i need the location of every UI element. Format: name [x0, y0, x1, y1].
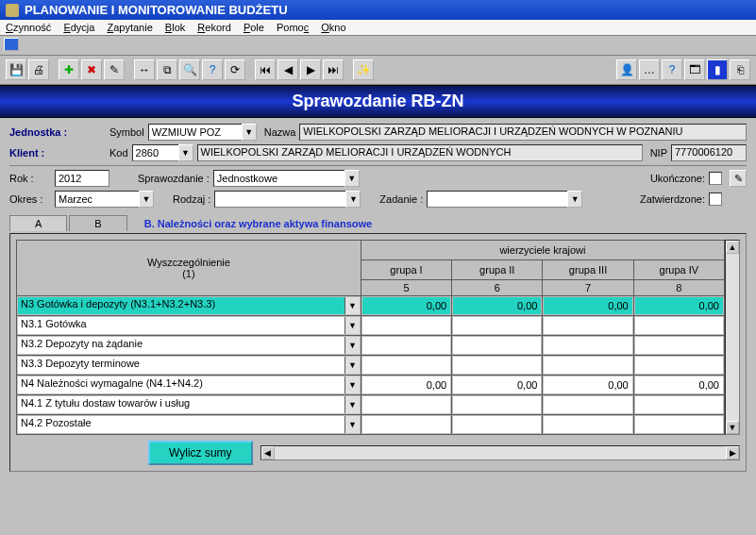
cell-value[interactable] — [453, 416, 541, 433]
menu-czynnosc[interactable]: Czynność — [6, 22, 51, 33]
rodzaj-input[interactable] — [214, 191, 346, 208]
table-row[interactable]: N3.2 Depozyty na żądanie▼ — [17, 336, 725, 356]
okres-input[interactable] — [55, 191, 140, 208]
horizontal-scrollbar[interactable]: ◀ ▶ — [260, 445, 740, 460]
first-icon[interactable]: ⏮ — [255, 59, 276, 80]
row-dropdown-icon[interactable]: ▼ — [344, 297, 360, 314]
cell-value[interactable]: 0,00 — [362, 297, 450, 314]
cell-value[interactable] — [453, 317, 541, 334]
cell-value[interactable] — [635, 396, 723, 413]
vertical-scrollbar[interactable]: ▲ ▼ — [725, 240, 740, 435]
scroll-right-icon[interactable]: ▶ — [726, 446, 739, 460]
rok-input[interactable] — [55, 170, 109, 187]
row-dropdown-icon[interactable]: ▼ — [344, 396, 360, 413]
grid-icon[interactable]: ⧉ — [157, 59, 177, 80]
cell-value[interactable] — [635, 357, 723, 374]
cell-value[interactable]: 0,00 — [544, 297, 631, 314]
scroll-up-icon[interactable]: ▲ — [726, 241, 739, 254]
cell-value[interactable] — [453, 357, 541, 374]
refresh-icon[interactable]: ⟳ — [225, 59, 245, 80]
sprawozdanie-label: Sprawozdanie : — [138, 173, 210, 184]
row-dropdown-icon[interactable]: ▼ — [344, 357, 360, 374]
cell-value[interactable] — [544, 416, 631, 433]
menu-zapytanie[interactable]: Zapytanie — [107, 22, 152, 33]
cell-value[interactable]: 0,00 — [635, 297, 723, 314]
cell-value[interactable] — [544, 317, 631, 334]
kod-dropdown-icon[interactable]: ▼ — [178, 144, 193, 161]
cell-value[interactable]: 0,00 — [362, 376, 450, 393]
prev-icon[interactable]: ◀ — [277, 59, 298, 80]
calc-icon[interactable]: 🗔 — [684, 59, 705, 80]
row-dropdown-icon[interactable]: ▼ — [344, 317, 360, 334]
kod-input[interactable] — [132, 144, 179, 161]
cell-value[interactable] — [362, 317, 450, 334]
klient-label: Klient : — [9, 147, 104, 159]
next-icon[interactable]: ▶ — [300, 59, 321, 80]
menu-rekord[interactable]: Rekord — [197, 22, 230, 33]
print-icon[interactable]: 🖨 — [28, 59, 49, 80]
admin-icon[interactable]: 👤 — [616, 59, 637, 80]
help-icon[interactable]: ? — [202, 59, 223, 80]
rodzaj-dropdown-icon[interactable]: ▼ — [345, 191, 361, 208]
menu-pole[interactable]: Pole — [244, 22, 264, 33]
menu-blok[interactable]: Blok — [165, 22, 185, 33]
cell-value[interactable] — [544, 357, 631, 374]
subcol-5: 5 — [361, 280, 451, 296]
zatwierdzone-checkbox[interactable] — [709, 192, 722, 206]
table-row[interactable]: N4 Należności wymagalne (N4.1+N4.2)▼0,00… — [17, 376, 725, 395]
wand-icon[interactable]: ✨ — [353, 59, 374, 80]
cell-value[interactable] — [635, 416, 723, 433]
table-row[interactable]: N4.2 Pozostałe▼ — [17, 415, 725, 435]
cell-value[interactable] — [544, 337, 631, 354]
symbol-dropdown-icon[interactable]: ▼ — [242, 124, 257, 141]
sprawozdanie-input[interactable] — [213, 170, 345, 187]
save-icon[interactable]: 💾 — [6, 59, 26, 80]
ukonczone-action-icon[interactable]: ✎ — [730, 170, 747, 187]
wylicz-sumy-button[interactable]: Wylicz sumy — [148, 441, 253, 465]
add-icon[interactable]: ✚ — [59, 59, 79, 80]
menu-pomoc[interactable]: Pomoc — [277, 22, 309, 33]
cell-value[interactable]: 0,00 — [453, 297, 541, 314]
edit-icon[interactable]: ✎ — [104, 59, 125, 80]
okres-dropdown-icon[interactable]: ▼ — [139, 191, 154, 208]
cell-value[interactable]: 0,00 — [453, 376, 541, 393]
table-row[interactable]: N3.3 Depozyty terminowe▼ — [17, 356, 725, 376]
tab-b[interactable]: B — [69, 215, 126, 231]
menu-okno[interactable]: Okno — [321, 22, 345, 33]
cell-value[interactable] — [362, 337, 450, 354]
cell-value[interactable] — [362, 396, 450, 413]
zadanie-input[interactable] — [427, 191, 568, 208]
cell-value[interactable] — [453, 337, 541, 354]
more-icon[interactable]: … — [639, 59, 660, 80]
cell-value[interactable] — [453, 396, 541, 413]
cell-value[interactable]: 0,00 — [544, 376, 631, 393]
last-icon[interactable]: ⏭ — [323, 59, 344, 80]
cell-value[interactable] — [635, 337, 723, 354]
cell-value[interactable] — [362, 357, 450, 374]
exit-icon[interactable]: ⎗ — [730, 59, 750, 80]
row-dropdown-icon[interactable]: ▼ — [344, 337, 360, 354]
scroll-down-icon[interactable]: ▼ — [726, 421, 739, 434]
table-row[interactable]: N3.1 Gotówka▼ — [17, 316, 725, 336]
ukonczone-checkbox[interactable] — [709, 172, 722, 185]
table-row[interactable]: N3 Gotówka i depozyty (N3.1+N3.2+N3.3)▼0… — [17, 296, 725, 316]
mdi-child-icon[interactable] — [4, 38, 19, 51]
zadanie-dropdown-icon[interactable]: ▼ — [567, 191, 582, 208]
cell-value[interactable]: 0,00 — [635, 376, 723, 393]
symbol-input[interactable] — [148, 124, 243, 141]
expand-icon[interactable]: ↔ — [134, 59, 155, 80]
search-icon[interactable]: 🔍 — [179, 59, 200, 80]
scroll-left-icon[interactable]: ◀ — [261, 446, 275, 460]
delete-icon[interactable]: ✖ — [81, 59, 102, 80]
row-dropdown-icon[interactable]: ▼ — [344, 376, 360, 393]
tab-a[interactable]: A — [9, 215, 67, 231]
cell-value[interactable] — [362, 416, 450, 433]
table-row[interactable]: N4.1 Z tytułu dostaw towarów i usług▼ — [17, 395, 725, 415]
cell-value[interactable] — [635, 317, 723, 334]
sprawozdanie-dropdown-icon[interactable]: ▼ — [344, 170, 360, 187]
screen-icon[interactable]: ▮ — [707, 59, 728, 80]
cell-value[interactable] — [544, 396, 631, 413]
row-dropdown-icon[interactable]: ▼ — [344, 416, 360, 433]
menu-edycja[interactable]: Edycja — [63, 22, 94, 33]
help2-icon[interactable]: ? — [662, 59, 682, 80]
